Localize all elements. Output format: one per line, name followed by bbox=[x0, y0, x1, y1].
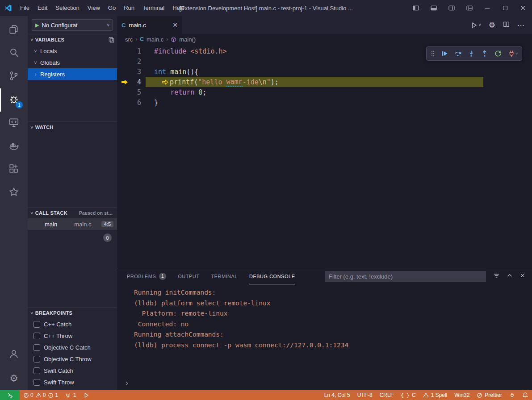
breakpoint-item[interactable]: Swift Catch bbox=[28, 365, 117, 376]
menu-run[interactable]: Run bbox=[120, 0, 138, 16]
start-debug-icon[interactable]: ▶ bbox=[35, 22, 39, 28]
tab-terminal[interactable]: TERMINAL bbox=[211, 269, 238, 284]
tab-problems[interactable]: PROBLEMS 1 bbox=[127, 269, 166, 284]
activity-source-control[interactable] bbox=[0, 65, 28, 88]
breakpoints-header[interactable]: ˅ BREAKPOINTS bbox=[28, 308, 117, 318]
menu-edit[interactable]: Edit bbox=[34, 0, 51, 16]
disconnect-button[interactable]: ˅ bbox=[507, 50, 518, 58]
panel-view-icon[interactable] bbox=[108, 37, 114, 43]
chevron-down-icon: ˅ bbox=[107, 23, 109, 28]
toggle-panel-icon[interactable] bbox=[425, 0, 443, 16]
step-over-button[interactable] bbox=[454, 50, 462, 58]
formatter-status[interactable]: Prettier bbox=[473, 390, 506, 400]
variables-item-registers[interactable]: ›Registers bbox=[28, 68, 117, 80]
tab-debug-console[interactable]: DEBUG CONSOLE bbox=[249, 269, 295, 284]
line-number[interactable]: 1 bbox=[117, 47, 141, 55]
problems-status[interactable]: 0 0 1 bbox=[20, 390, 62, 400]
stack-frame-row[interactable]: main main.c 4:5 bbox=[28, 218, 117, 230]
variables-header[interactable]: ˅ VARIABLES bbox=[28, 34, 117, 45]
checkbox[interactable] bbox=[34, 321, 40, 328]
window-title: [Extension Development Host] main.c - te… bbox=[179, 5, 352, 12]
encoding-status[interactable]: UTF-8 bbox=[354, 390, 376, 400]
toggle-sidebar-icon[interactable] bbox=[407, 0, 425, 16]
settings-gear-button[interactable]: ⚙ bbox=[489, 21, 495, 29]
activity-explorer[interactable] bbox=[0, 19, 28, 42]
debug-status[interactable] bbox=[80, 390, 93, 400]
split-editor-button[interactable] bbox=[503, 21, 510, 29]
extension-plug-status[interactable] bbox=[506, 390, 519, 400]
section-title: VARIABLES bbox=[35, 37, 64, 42]
customize-layout-icon[interactable] bbox=[461, 0, 478, 16]
breadcrumb-symbol[interactable]: main() bbox=[179, 36, 196, 43]
continue-button[interactable] bbox=[440, 50, 448, 58]
launch-config-dropdown[interactable]: ▶ No Configurat ˅ bbox=[32, 19, 113, 31]
close-panel-button[interactable] bbox=[519, 272, 526, 280]
remote-indicator[interactable] bbox=[0, 390, 20, 400]
maximize-panel-button[interactable] bbox=[507, 272, 513, 280]
checkbox[interactable] bbox=[34, 356, 40, 362]
platform-status[interactable]: Win32 bbox=[451, 390, 473, 400]
eol-status[interactable]: CRLF bbox=[376, 390, 397, 400]
close-button[interactable] bbox=[514, 0, 532, 16]
variables-item-globals[interactable]: ˅Globals bbox=[28, 57, 117, 68]
breakpoint-item[interactable]: C++ Catch bbox=[28, 318, 117, 330]
checkbox[interactable] bbox=[34, 344, 40, 351]
spell-status[interactable]: 1 Spell bbox=[419, 390, 451, 400]
activity-account[interactable] bbox=[0, 344, 28, 367]
callstack-header[interactable]: ˅ CALL STACK Paused on st... bbox=[28, 208, 117, 218]
activity-docker[interactable] bbox=[0, 135, 28, 158]
chevron-down-icon: ˅ bbox=[478, 23, 481, 27]
checkbox[interactable] bbox=[34, 333, 40, 339]
menu-terminal[interactable]: Terminal bbox=[138, 0, 168, 16]
checkbox[interactable] bbox=[34, 379, 40, 386]
variables-item-locals[interactable]: ˅Locals bbox=[28, 45, 117, 57]
breadcrumb-src[interactable]: src bbox=[125, 36, 133, 43]
editor[interactable]: ˅ 1#include <stdio.h>23int main(){4 prin… bbox=[117, 45, 532, 268]
activity-extensions[interactable] bbox=[0, 158, 28, 181]
toolbar-drag-handle[interactable] bbox=[431, 50, 435, 57]
restart-button[interactable] bbox=[494, 50, 502, 58]
breakpoint-item[interactable]: Objective C Catch bbox=[28, 342, 117, 353]
activity-run-debug[interactable]: 1 bbox=[0, 88, 28, 112]
menu-selection[interactable]: Selection bbox=[51, 0, 83, 16]
menu-view[interactable]: View bbox=[84, 0, 104, 16]
toggle-secondary-sidebar-icon[interactable] bbox=[443, 0, 461, 16]
activity-search[interactable] bbox=[0, 42, 28, 65]
checkbox[interactable] bbox=[34, 367, 40, 374]
activity-favorites[interactable] bbox=[0, 181, 28, 204]
console-options-button[interactable] bbox=[493, 272, 500, 281]
breakpoint-item[interactable]: Swift Throw bbox=[28, 376, 117, 388]
breakpoint-item[interactable]: C++ Throw bbox=[28, 330, 117, 342]
minimize-button[interactable] bbox=[478, 0, 496, 16]
close-icon[interactable]: ✕ bbox=[172, 21, 178, 29]
tab-main-c[interactable]: C main.c ✕ bbox=[117, 16, 182, 34]
activity-remote-explorer[interactable] bbox=[0, 112, 28, 135]
watch-header[interactable]: ˅ WATCH bbox=[28, 122, 117, 133]
step-out-button[interactable] bbox=[481, 50, 489, 58]
maximize-button[interactable] bbox=[496, 0, 514, 16]
cursor-position[interactable]: Ln 4, Col 5 bbox=[321, 390, 354, 400]
line-number[interactable]: 2 bbox=[117, 58, 141, 66]
debug-console-output[interactable]: Running initCommands:(lldb) platform sel… bbox=[117, 284, 532, 377]
line-number[interactable]: 5 bbox=[117, 88, 141, 96]
editor-actions: ˅ ⚙ ⋯ bbox=[471, 16, 532, 34]
activity-settings[interactable]: ⚙ bbox=[0, 367, 28, 390]
run-file-button[interactable]: ˅ bbox=[471, 22, 481, 29]
menu-file[interactable]: File bbox=[16, 0, 34, 16]
notifications-status[interactable] bbox=[519, 390, 532, 400]
console-filter-input[interactable] bbox=[325, 271, 486, 282]
paused-note: Paused on st... bbox=[79, 211, 114, 216]
tab-output[interactable]: OUTPUT bbox=[178, 269, 199, 284]
console-input-row[interactable] bbox=[117, 377, 532, 390]
breadcrumb-file[interactable]: main.c bbox=[147, 36, 163, 43]
step-into-button[interactable] bbox=[467, 50, 475, 58]
line-number[interactable]: 6 bbox=[117, 99, 141, 107]
launch-config-label: No Configurat bbox=[42, 22, 77, 29]
ports-status[interactable]: 1 bbox=[62, 390, 80, 400]
chevron-down-icon: ˅ bbox=[30, 125, 34, 130]
line-number[interactable]: 3 bbox=[117, 68, 141, 76]
menu-go[interactable]: Go bbox=[104, 0, 120, 16]
more-actions-button[interactable]: ⋯ bbox=[517, 21, 525, 29]
language-status[interactable]: { } C bbox=[397, 390, 419, 400]
breakpoint-item[interactable]: Objective C Throw bbox=[28, 353, 117, 365]
